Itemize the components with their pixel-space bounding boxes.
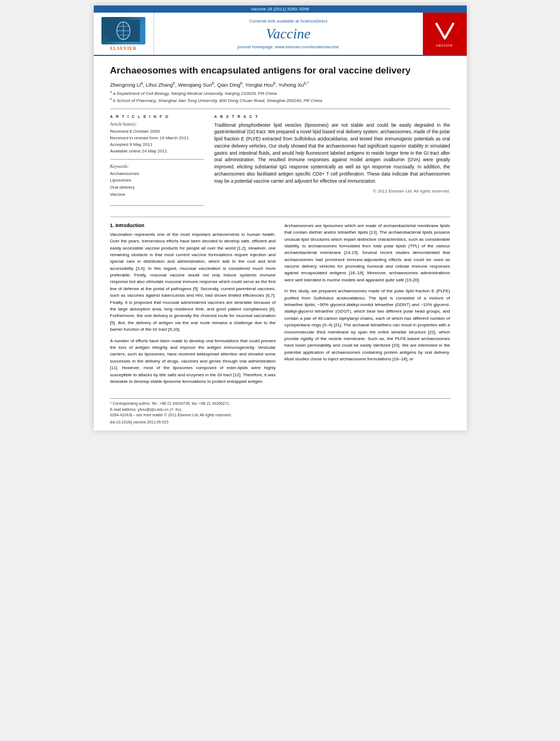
header-divider: [110, 109, 450, 109]
accepted-date: Accepted 9 May 2011: [110, 142, 203, 148]
journal-citation-bar: Vaccine 29 (2011) 5260–5266: [94, 5, 467, 13]
vaccine-logo-text: vaccine: [436, 43, 453, 47]
abstract-label: A B S T R A C T: [214, 115, 450, 118]
sciencedirect-text: Contents lists available at ScienceDirec…: [249, 19, 327, 24]
issn-line: 0264-410X/$ – see front matter © 2011 El…: [110, 412, 450, 418]
article-page: Vaccine 29 (2011) 5260–5266 ELSEVIER: [94, 5, 467, 431]
col-bottom-divider: [110, 205, 203, 206]
article-info-label: A R T I C L E I N F O: [110, 115, 203, 118]
intro-para2: A number of efforts have been made to de…: [110, 338, 276, 386]
journal-header: ELSEVIER Contents lists available at Sci…: [94, 13, 467, 56]
keyword-4: Vaccine: [110, 191, 203, 199]
elsevier-tree-image: [101, 17, 145, 44]
abstract-text: Traditional phosphodiester lipid vesicle…: [214, 122, 450, 185]
received-revised-date: Received in revised form 19 March 2011: [110, 135, 203, 142]
keyword-3: Oral delivery: [110, 184, 203, 191]
affiliation-b: b b School of Pharmacy, Shanghai Jiao To…: [110, 97, 450, 103]
vaccine-logo-v: [434, 21, 456, 43]
body-right-col: Archaeosomes are liposomes which are mad…: [285, 223, 450, 390]
journal-citation: Vaccine 29 (2011) 5260–5266: [251, 7, 309, 12]
affiliation-a: a a Department of Cell Biology, Nanjing …: [110, 90, 450, 96]
journal-title-area: Contents lists available at ScienceDirec…: [154, 13, 423, 55]
journal-title: Vaccine: [266, 26, 310, 42]
elsevier-logo-area: ELSEVIER: [94, 13, 154, 55]
footnote-block: * Corresponding author. Tel.: +86 21 342…: [110, 398, 450, 425]
available-date: Available online 24 May 2011: [110, 148, 203, 155]
article-body: Archaeosomes with encapsulated antigens …: [94, 56, 467, 398]
article-info-column: A R T I C L E I N F O Article history: R…: [110, 115, 203, 209]
body-left-col: 1. Introduction Vaccination represents o…: [110, 223, 276, 390]
footer-area: * Corresponding author. Tel.: +86 21 342…: [94, 398, 467, 431]
corresponding-author-note: * Corresponding author. Tel.: +86 21 342…: [110, 401, 450, 407]
history-heading: Article history:: [110, 122, 203, 127]
keywords-heading: Keywords:: [110, 164, 203, 169]
intro-para3: Archaeosomes are liposomes which are mad…: [285, 223, 450, 284]
keyword-1: Archaeosomes: [110, 171, 203, 178]
copyright-line: © 2011 Elsevier Ltd. All rights reserved…: [214, 189, 450, 194]
vaccine-logo-area: vaccine: [423, 13, 467, 55]
intro-para1: Vaccination represents one of the most i…: [110, 231, 276, 333]
abstract-column: A B S T R A C T Traditional phosphodiest…: [214, 115, 450, 209]
intro-para4: In this study, we prepared archaeosomes …: [285, 288, 450, 363]
section1-title: 1. Introduction: [110, 223, 276, 228]
keywords-section: Keywords: Archaeosomes Liposomes Oral de…: [110, 164, 203, 199]
article-title: Archaeosomes with encapsulated antigens …: [110, 65, 450, 77]
doi-line: doi:10.1016/j.vaccine.2011.05.015: [110, 420, 450, 426]
affiliations-block: a a Department of Cell Biology, Nanjing …: [110, 90, 450, 103]
journal-homepage-url: journal homepage: www.elsevier.com/locat…: [237, 44, 339, 49]
email-note: E-mail address: yhou@sjtu.edu.cn (Y. Xu)…: [110, 407, 450, 413]
info-abstract-columns: A R T I C L E I N F O Article history: R…: [110, 115, 450, 209]
elsevier-brand-text: ELSEVIER: [110, 46, 137, 51]
info-divider: [110, 159, 203, 160]
vaccine-logo: vaccine: [427, 16, 462, 52]
body-divider: [110, 217, 450, 217]
authors-line: Zhengrong Lia, Lihui Zhangb, Wenqiang Su…: [110, 81, 450, 88]
body-columns: 1. Introduction Vaccination represents o…: [110, 223, 450, 390]
received-date: Received 8 October 2009: [110, 128, 203, 135]
keyword-2: Liposomes: [110, 177, 203, 184]
article-history: Article history: Received 8 October 2009…: [110, 122, 203, 155]
elsevier-logo: ELSEVIER: [101, 17, 145, 51]
